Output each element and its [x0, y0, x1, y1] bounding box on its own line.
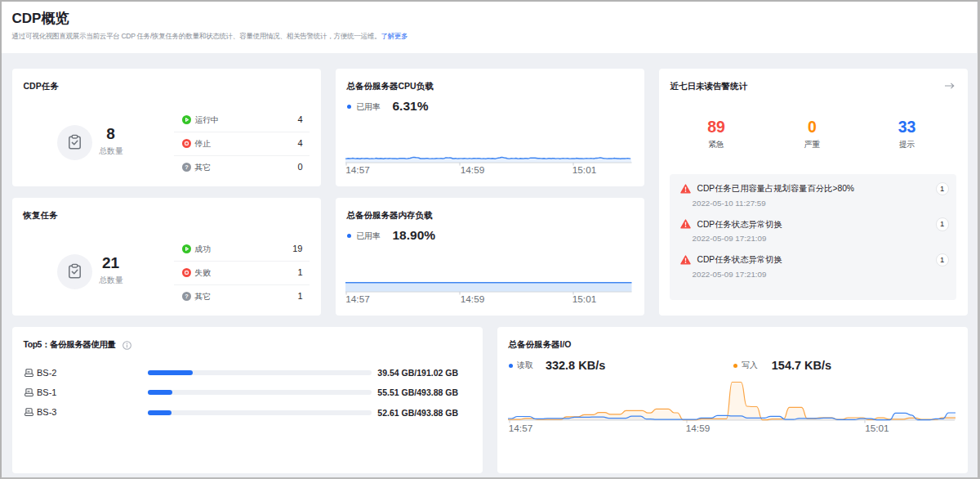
- svg-text:?: ?: [185, 163, 189, 171]
- svg-text:?: ?: [185, 293, 189, 300]
